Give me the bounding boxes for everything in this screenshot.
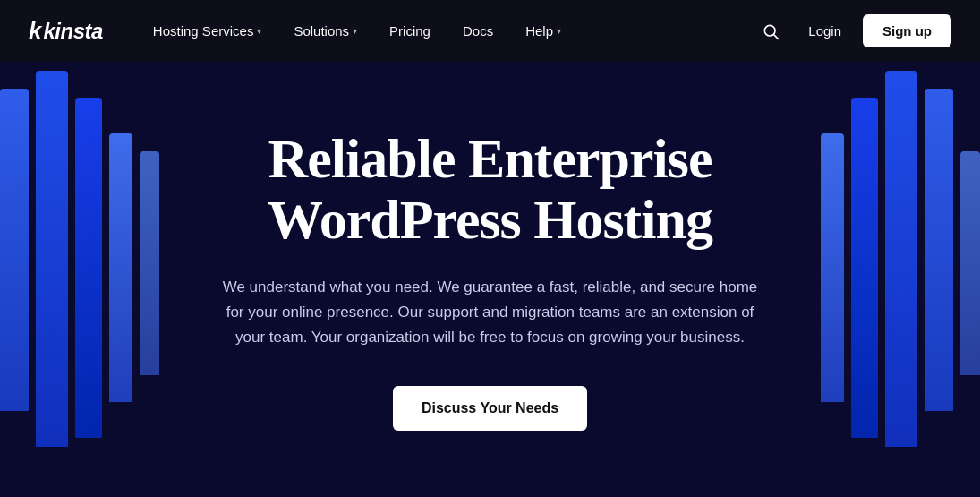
- login-button[interactable]: Login: [794, 16, 856, 46]
- col-pillar: [75, 98, 102, 438]
- logo-text-rest: kinsta: [43, 19, 102, 44]
- right-decoration: [821, 62, 980, 497]
- col-pillar: [851, 98, 878, 438]
- chevron-down-icon: ▾: [257, 26, 261, 36]
- chevron-down-icon: ▾: [557, 26, 561, 36]
- nav-docs[interactable]: Docs: [448, 16, 507, 46]
- nav-help[interactable]: Help ▾: [511, 16, 575, 46]
- nav-pricing[interactable]: Pricing: [375, 16, 445, 46]
- nav-solutions[interactable]: Solutions ▾: [279, 16, 371, 46]
- col-pillar: [0, 89, 29, 411]
- nav-links: Hosting Services ▾ Solutions ▾ Pricing D…: [139, 16, 754, 46]
- hero-section: Reliable Enterprise WordPress Hosting We…: [0, 62, 980, 497]
- col-pillar: [925, 89, 953, 411]
- logo-text: k: [29, 17, 40, 45]
- navbar: k kinsta Hosting Services ▾ Solutions ▾ …: [0, 0, 980, 62]
- search-icon: [762, 22, 780, 40]
- cta-button[interactable]: Discuss Your Needs: [393, 386, 587, 431]
- nav-hosting-services[interactable]: Hosting Services ▾: [139, 16, 277, 46]
- left-decoration: [0, 62, 159, 497]
- signup-button[interactable]: Sign up: [863, 14, 951, 47]
- nav-right: Login Sign up: [754, 14, 951, 47]
- logo[interactable]: k kinsta: [29, 17, 103, 45]
- search-button[interactable]: [754, 15, 787, 47]
- hero-content: Reliable Enterprise WordPress Hosting We…: [186, 128, 795, 432]
- svg-line-1: [774, 34, 779, 39]
- col-pillar: [109, 133, 132, 402]
- hero-subtitle: We understand what you need. We guarante…: [222, 275, 759, 350]
- col-pillar: [36, 71, 68, 447]
- chevron-down-icon: ▾: [353, 26, 357, 36]
- col-pillar: [821, 133, 844, 402]
- col-pillar: [885, 71, 917, 447]
- col-pillar: [140, 151, 159, 375]
- col-pillar: [960, 151, 980, 375]
- hero-title: Reliable Enterprise WordPress Hosting: [222, 128, 759, 250]
